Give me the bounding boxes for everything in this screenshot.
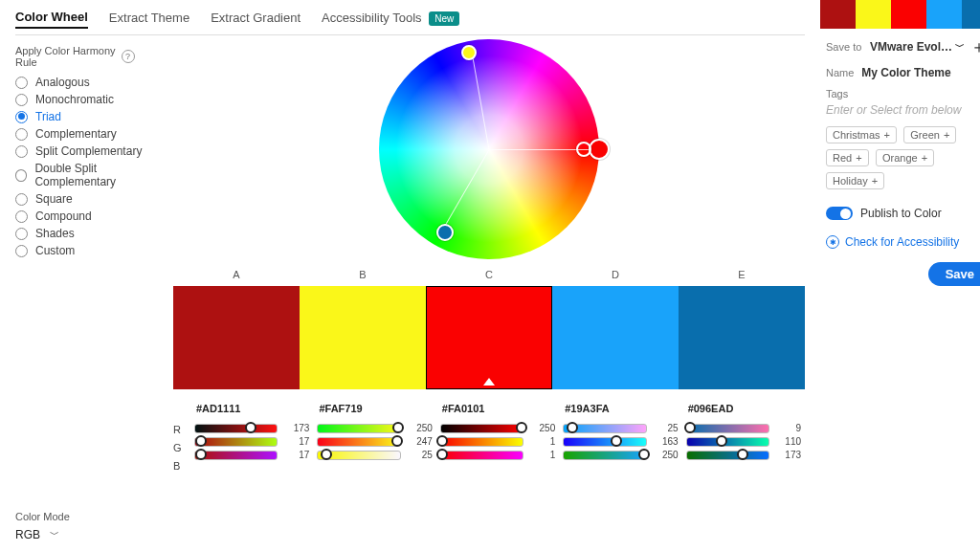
slider-e-g[interactable] xyxy=(686,437,769,447)
mini-swatch-b[interactable] xyxy=(856,0,891,29)
publish-label: Publish to Color xyxy=(860,207,942,220)
swatch-header: ABCDE xyxy=(173,269,805,280)
rule-monochromatic[interactable]: Monochromatic xyxy=(15,93,173,106)
mini-swatch-a[interactable] xyxy=(820,0,856,29)
right-panel: Save to VMware Evol… ﹀ ＋ Name Tags Enter… xyxy=(820,0,980,551)
rgb-sliders: R G B #AD1111 173 17 17 #FAF719 250 247 … xyxy=(173,397,805,472)
plus-icon: + xyxy=(884,129,890,141)
tags-label: Tags xyxy=(826,88,980,99)
rule-compound[interactable]: Compound xyxy=(15,209,173,223)
name-label: Name xyxy=(826,67,854,78)
swatch-d[interactable] xyxy=(552,286,679,389)
hex-e[interactable]: #096EAD xyxy=(686,397,801,420)
chevron-down-icon: ﹀ xyxy=(50,528,59,541)
color-mode: Color Mode RGB ﹀ xyxy=(15,511,70,541)
slider-c-r[interactable] xyxy=(440,424,523,433)
rule-shades[interactable]: Shades xyxy=(15,227,173,240)
wheel-handle-blue[interactable] xyxy=(436,224,454,241)
slider-b-g[interactable] xyxy=(317,437,400,447)
rule-analogous[interactable]: Analogous xyxy=(15,76,173,89)
rule-double-split[interactable]: Double Split Complementary xyxy=(15,162,173,188)
tab-extract-gradient[interactable]: Extract Gradient xyxy=(211,11,301,28)
add-library-button[interactable]: ＋ xyxy=(970,38,980,55)
tab-accessibility-label: Accessibility Tools xyxy=(322,11,422,25)
info-icon[interactable]: ? xyxy=(122,50,135,63)
tabs-bar: Color Wheel Extract Theme Extract Gradie… xyxy=(15,10,805,35)
slider-a-g[interactable] xyxy=(194,437,278,447)
plus-icon: + xyxy=(922,152,927,164)
hex-b[interactable]: #FAF719 xyxy=(317,397,432,420)
slider-d-b[interactable] xyxy=(563,451,646,460)
mini-swatch-d[interactable] xyxy=(926,0,962,29)
check-accessibility-link[interactable]: ✱ Check for Accessibility xyxy=(820,220,980,249)
accessibility-icon: ✱ xyxy=(826,235,839,249)
tag-red[interactable]: Red + xyxy=(826,149,869,166)
tab-extract-theme[interactable]: Extract Theme xyxy=(109,11,189,28)
new-badge: New xyxy=(429,11,459,26)
swatch-a[interactable] xyxy=(173,286,300,389)
wheel-handle-red-inner[interactable] xyxy=(576,142,591,157)
save-to-label: Save to xyxy=(826,41,864,53)
slider-a-b[interactable] xyxy=(194,451,278,460)
mini-swatch-e[interactable] xyxy=(962,0,980,29)
publish-toggle[interactable] xyxy=(826,207,853,220)
tag-christmas[interactable]: Christmas + xyxy=(826,126,897,143)
hex-d[interactable]: #19A3FA xyxy=(563,397,678,420)
rule-split[interactable]: Split Complementary xyxy=(15,144,173,158)
rule-triad[interactable]: Triad xyxy=(15,110,173,123)
tab-color-wheel[interactable]: Color Wheel xyxy=(15,10,88,29)
slider-c-b[interactable] xyxy=(440,451,523,460)
hex-a[interactable]: #AD1111 xyxy=(194,397,309,420)
color-mode-select[interactable]: RGB ﹀ xyxy=(15,528,70,541)
tab-accessibility-tools[interactable]: Accessibility Tools New xyxy=(322,11,459,28)
color-wheel[interactable] xyxy=(379,39,599,259)
swatch-b[interactable] xyxy=(300,286,426,389)
hex-c[interactable]: #FA0101 xyxy=(440,397,555,420)
save-to-dropdown[interactable]: VMware Evol… ﹀ xyxy=(870,40,965,54)
theme-name-input[interactable] xyxy=(859,65,980,80)
slider-e-r[interactable] xyxy=(686,424,769,433)
slider-b-b[interactable] xyxy=(317,451,400,460)
slider-a-r[interactable] xyxy=(194,424,278,433)
rule-custom[interactable]: Custom xyxy=(15,244,173,257)
rule-complementary[interactable]: Complementary xyxy=(15,127,173,141)
swatch-c[interactable] xyxy=(426,286,552,389)
tag-orange[interactable]: Orange + xyxy=(876,149,934,166)
slider-d-g[interactable] xyxy=(563,437,646,447)
rule-square[interactable]: Square xyxy=(15,192,173,206)
slider-d-r[interactable] xyxy=(563,424,646,433)
plus-icon: + xyxy=(856,152,861,164)
plus-icon: + xyxy=(944,129,949,141)
tag-holiday[interactable]: Holiday + xyxy=(826,172,884,189)
slider-b-r[interactable] xyxy=(317,424,400,433)
wheel-handle-yellow[interactable] xyxy=(461,45,477,60)
tag-green[interactable]: Green + xyxy=(903,126,956,143)
save-button[interactable]: Save xyxy=(928,262,980,286)
chevron-down-icon: ﹀ xyxy=(955,40,965,54)
slider-c-g[interactable] xyxy=(440,437,523,447)
mini-swatch-c[interactable] xyxy=(891,0,926,29)
tags-input[interactable]: Enter or Select from below xyxy=(826,103,980,117)
slider-e-b[interactable] xyxy=(686,451,769,460)
harmony-rules-panel: Apply Color Harmony Rule ? Analogous Mon… xyxy=(15,35,173,551)
plus-icon: + xyxy=(872,175,878,187)
swatch-row xyxy=(173,286,805,389)
harmony-title: Apply Color Harmony Rule xyxy=(15,45,116,68)
wheel-handle-red[interactable] xyxy=(589,139,610,160)
swatch-e[interactable] xyxy=(679,286,805,389)
mini-swatches xyxy=(820,0,980,29)
